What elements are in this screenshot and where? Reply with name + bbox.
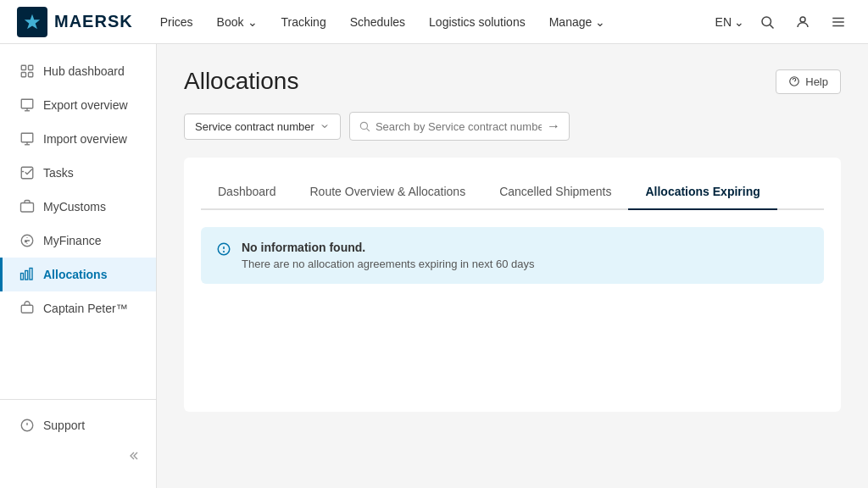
svg-rect-9 bbox=[21, 73, 25, 77]
support-icon bbox=[19, 418, 35, 433]
svg-rect-17 bbox=[21, 167, 33, 179]
content-area: Dashboard Route Overview & Allocations C… bbox=[184, 158, 841, 412]
nav-book[interactable]: Book ⌄ bbox=[207, 10, 268, 34]
search-box: → bbox=[349, 112, 570, 141]
sidebar-item-tasks[interactable]: Tasks bbox=[0, 156, 156, 190]
info-box: No information found. There are no alloc… bbox=[201, 227, 824, 284]
svg-point-31 bbox=[224, 252, 225, 252]
brand-name: MAERSK bbox=[54, 12, 133, 31]
sidebar-item-myfinance[interactable]: MyFinance bbox=[0, 224, 156, 258]
svg-rect-8 bbox=[29, 65, 33, 69]
sidebar-item-support[interactable]: Support bbox=[0, 408, 156, 442]
main-content: Allocations Help Service contract number bbox=[157, 44, 868, 488]
customs-icon bbox=[19, 199, 35, 214]
svg-line-2 bbox=[770, 25, 773, 28]
tab-dashboard[interactable]: Dashboard bbox=[201, 175, 293, 210]
info-icon bbox=[216, 241, 231, 261]
svg-rect-22 bbox=[25, 271, 28, 280]
info-box-title: No information found. bbox=[242, 241, 534, 254]
info-box-description: There are no allocation agreements expir… bbox=[242, 258, 534, 270]
sidebar: Hub dashboard Export overview Import ove… bbox=[0, 44, 157, 488]
svg-point-3 bbox=[800, 17, 805, 22]
svg-rect-19 bbox=[21, 203, 34, 213]
captain-icon bbox=[19, 301, 35, 316]
nav-logistics[interactable]: Logistics solutions bbox=[419, 10, 536, 34]
svg-rect-7 bbox=[21, 65, 25, 69]
svg-marker-0 bbox=[25, 14, 40, 28]
svg-line-28 bbox=[367, 129, 370, 131]
nav-links: Prices Book ⌄ Tracking Schedules Logisti… bbox=[150, 10, 715, 34]
search-input[interactable] bbox=[376, 120, 542, 133]
nav-schedules[interactable]: Schedules bbox=[340, 10, 415, 34]
maersk-star-icon bbox=[17, 7, 47, 37]
language-selector[interactable]: EN ⌄ bbox=[715, 15, 744, 29]
sidebar-item-mycustoms[interactable]: MyCustoms bbox=[0, 190, 156, 224]
page-header: Allocations Help bbox=[184, 68, 841, 95]
topnav-right-actions: EN ⌄ bbox=[715, 9, 851, 35]
sidebar-item-hub-dashboard[interactable]: Hub dashboard bbox=[0, 54, 156, 88]
tab-cancelled-shipments[interactable]: Cancelled Shipments bbox=[482, 175, 628, 210]
tabs: Dashboard Route Overview & Allocations C… bbox=[201, 175, 824, 210]
brand-logo[interactable]: MAERSK bbox=[17, 7, 133, 37]
search-button[interactable] bbox=[754, 9, 780, 35]
tab-allocations-expiring[interactable]: Allocations Expiring bbox=[628, 175, 776, 210]
search-submit-button[interactable]: → bbox=[547, 119, 560, 134]
sidebar-item-import-overview[interactable]: Import overview bbox=[0, 122, 156, 156]
sidebar-collapse-button[interactable] bbox=[0, 442, 156, 469]
hub-icon bbox=[19, 64, 35, 79]
sidebar-item-captain-peter[interactable]: Captain Peter™ bbox=[0, 291, 156, 325]
nav-manage[interactable]: Manage ⌄ bbox=[539, 10, 616, 34]
sidebar-item-allocations[interactable]: Allocations bbox=[0, 258, 156, 291]
svg-point-27 bbox=[360, 122, 367, 129]
tab-route-overview[interactable]: Route Overview & Allocations bbox=[293, 175, 483, 210]
help-button[interactable]: Help bbox=[776, 69, 841, 94]
help-circle-icon bbox=[788, 75, 800, 87]
svg-rect-24 bbox=[21, 305, 33, 313]
svg-rect-21 bbox=[21, 274, 24, 280]
search-icon bbox=[359, 120, 370, 132]
nav-tracking[interactable]: Tracking bbox=[271, 10, 337, 34]
sidebar-item-export-overview[interactable]: Export overview bbox=[0, 88, 156, 122]
nav-prices[interactable]: Prices bbox=[150, 10, 203, 34]
svg-point-1 bbox=[762, 17, 771, 26]
finance-icon bbox=[19, 233, 35, 248]
main-layout: Hub dashboard Export overview Import ove… bbox=[0, 44, 868, 488]
filter-bar: Service contract number → bbox=[184, 112, 841, 141]
page-title: Allocations bbox=[184, 68, 298, 95]
user-profile-button[interactable] bbox=[790, 9, 815, 35]
service-contract-dropdown[interactable]: Service contract number bbox=[184, 114, 341, 140]
info-box-text: No information found. There are no alloc… bbox=[242, 241, 534, 270]
tasks-icon bbox=[19, 165, 35, 180]
svg-rect-11 bbox=[21, 99, 33, 108]
svg-rect-10 bbox=[29, 73, 33, 77]
dropdown-chevron-icon bbox=[320, 121, 330, 131]
import-icon bbox=[19, 131, 35, 147]
menu-button[interactable] bbox=[826, 9, 851, 35]
svg-rect-23 bbox=[30, 269, 32, 280]
collapse-icon bbox=[129, 449, 142, 463]
export-icon bbox=[19, 97, 35, 113]
top-navigation: MAERSK Prices Book ⌄ Tracking Schedules … bbox=[0, 0, 868, 44]
svg-rect-14 bbox=[21, 133, 33, 142]
allocations-icon bbox=[19, 267, 35, 282]
sidebar-bottom: Support bbox=[0, 399, 156, 478]
